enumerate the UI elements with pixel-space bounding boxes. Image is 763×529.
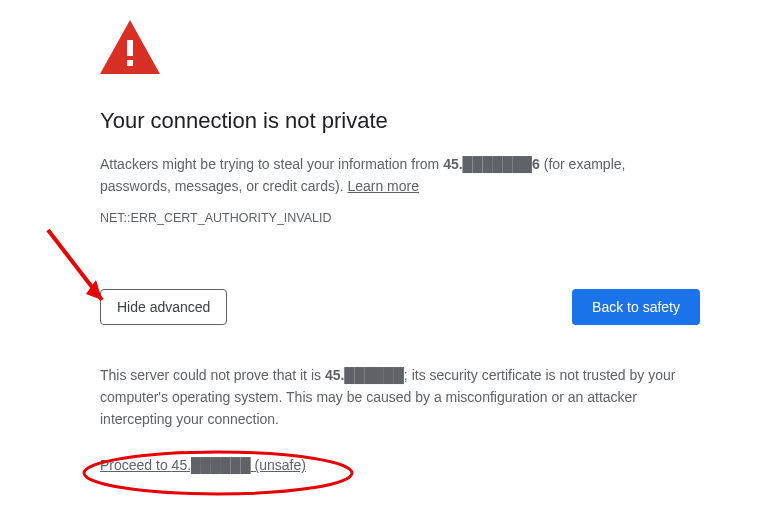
desc-prefix: Attackers might be trying to steal your … — [100, 156, 443, 172]
svg-line-3 — [48, 230, 102, 300]
svg-rect-2 — [127, 60, 133, 66]
desc-host: 45.███████6 — [443, 156, 540, 172]
page-title: Your connection is not private — [100, 108, 700, 134]
back-to-safety-button[interactable]: Back to safety — [572, 289, 700, 325]
error-code: NET::ERR_CERT_AUTHORITY_INVALID — [100, 211, 700, 225]
adv-prefix: This server could not prove that it is — [100, 367, 325, 383]
learn-more-link[interactable]: Learn more — [347, 178, 419, 194]
warning-triangle-icon — [100, 20, 160, 80]
proceed-host: 45.██████ — [172, 457, 251, 473]
button-row: Hide advanced Back to safety — [100, 289, 700, 325]
proceed-prefix: Proceed to — [100, 457, 172, 473]
warning-description: Attackers might be trying to steal your … — [100, 154, 700, 197]
proceed-suffix: (unsafe) — [251, 457, 306, 473]
ssl-error-page: Your connection is not private Attackers… — [100, 20, 700, 474]
hide-advanced-button[interactable]: Hide advanced — [100, 289, 227, 325]
advanced-description: This server could not prove that it is 4… — [100, 365, 700, 430]
svg-rect-1 — [127, 40, 133, 56]
proceed-unsafe-link[interactable]: Proceed to 45.██████ (unsafe) — [100, 457, 306, 473]
adv-host: 45.██████ — [325, 367, 404, 383]
